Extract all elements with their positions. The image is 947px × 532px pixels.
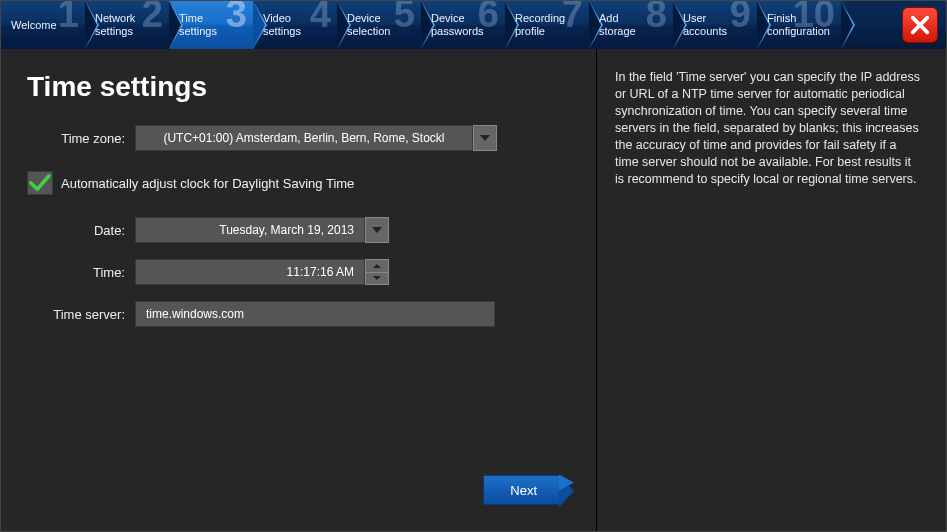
timeserver-row: Time server: (27, 301, 570, 327)
step-label: Networksettings (95, 12, 169, 38)
close-icon (909, 14, 931, 36)
timezone-value: (UTC+01:00) Amsterdam, Berlin, Bern, Rom… (135, 125, 473, 151)
dst-label: Automatically adjust clock for Daylight … (61, 176, 354, 191)
timezone-dropdown-button[interactable] (473, 125, 497, 151)
dst-checkbox[interactable] (27, 171, 53, 195)
help-panel: In the field 'Time server' you can speci… (596, 49, 946, 531)
close-button[interactable] (902, 7, 938, 43)
chevron-down-icon (479, 133, 491, 143)
chevron-down-icon (372, 275, 382, 281)
page-title: Time settings (27, 71, 570, 103)
date-label: Date: (27, 223, 135, 238)
date-picker[interactable]: Tuesday, March 19, 2013 (135, 217, 389, 243)
timezone-select[interactable]: (UTC+01:00) Amsterdam, Berlin, Bern, Rom… (135, 125, 497, 151)
time-spin-up-button[interactable] (365, 259, 389, 273)
step-label: Finishconfiguration (767, 12, 841, 38)
form-panel: Time settings Time zone: (UTC+01:00) Ams… (1, 49, 596, 531)
step-label: Devicepasswords (431, 12, 505, 38)
content-area: Time settings Time zone: (UTC+01:00) Ams… (1, 49, 946, 531)
time-stepper[interactable]: 11:17:16 AM (135, 259, 389, 285)
time-label: Time: (27, 265, 135, 280)
timezone-row: Time zone: (UTC+01:00) Amsterdam, Berlin… (27, 125, 570, 151)
dst-row: Automatically adjust clock for Daylight … (27, 171, 570, 195)
step-label: Videosettings (263, 12, 337, 38)
next-button[interactable]: Next (483, 475, 560, 505)
step-label: Addstorage (599, 12, 673, 38)
wizard-step-1[interactable]: 1Welcome (1, 1, 85, 49)
time-row: Time: 11:17:16 AM (27, 259, 570, 285)
help-text: In the field 'Time server' you can speci… (615, 69, 922, 188)
date-dropdown-button[interactable] (365, 217, 389, 243)
step-label: Useraccounts (683, 12, 757, 38)
wizard-steps-bar: 1Welcome2Networksettings3Timesettings4Vi… (1, 1, 946, 49)
timezone-label: Time zone: (27, 131, 135, 146)
date-row: Date: Tuesday, March 19, 2013 (27, 217, 570, 243)
timeserver-input[interactable] (135, 301, 495, 327)
step-label: Deviceselection (347, 12, 421, 38)
check-icon (29, 174, 51, 192)
chevron-up-icon (372, 263, 382, 269)
time-value: 11:17:16 AM (135, 259, 365, 285)
step-label: Recordingprofile (515, 12, 589, 38)
date-value: Tuesday, March 19, 2013 (135, 217, 365, 243)
step-label: Timesettings (179, 12, 253, 38)
time-spin-down-button[interactable] (365, 273, 389, 286)
chevron-down-icon (371, 225, 383, 235)
step-label: Welcome (11, 19, 85, 32)
nav-row: Next (27, 475, 570, 519)
next-button-label: Next (510, 483, 537, 498)
time-spinner (365, 259, 389, 285)
timeserver-label: Time server: (27, 307, 135, 322)
